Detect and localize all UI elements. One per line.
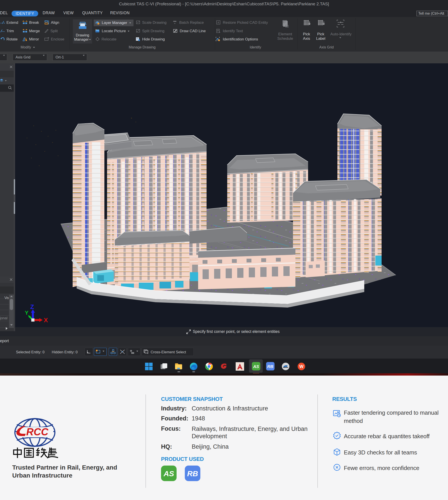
svg-text:W: W [299, 364, 304, 369]
svg-text:Y: Y [25, 310, 28, 316]
svg-text:AS: AS [163, 469, 174, 478]
svg-text:RB: RB [267, 364, 273, 369]
svg-text:RCC: RCC [26, 426, 48, 437]
svg-text:RB: RB [187, 469, 198, 478]
svg-text:X: X [44, 317, 48, 324]
svg-text:AS: AS [253, 364, 259, 369]
svg-text:Z: Z [30, 303, 34, 310]
